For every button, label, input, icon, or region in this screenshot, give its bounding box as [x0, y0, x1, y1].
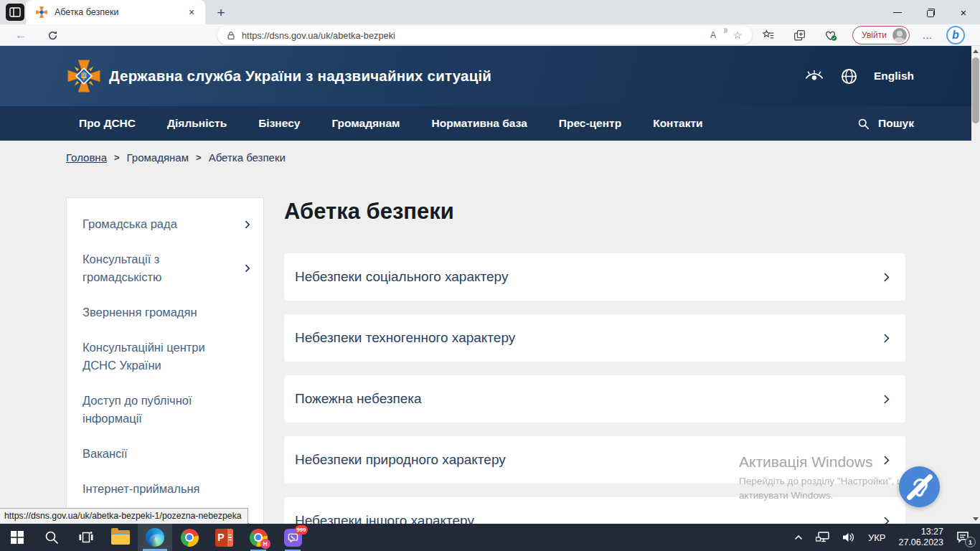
chevron-right-icon	[880, 456, 890, 465]
chevron-right-icon	[880, 395, 890, 404]
card-prirodni-nebezpeky[interactable]: Небезпеки природного характеру	[284, 436, 905, 484]
sidebar-item-zvernennya[interactable]: Звернення громадян	[67, 295, 263, 330]
chrome-icon: H	[250, 529, 268, 547]
nav-item-pres-centr[interactable]: Прес-центр	[559, 117, 621, 130]
scrollbar-up-button[interactable]	[971, 46, 980, 56]
taskbar-search-button[interactable]	[34, 524, 69, 551]
tab-close-icon[interactable]: ×	[185, 6, 198, 19]
breadcrumb-item-gromadyanam[interactable]: Громадянам	[127, 151, 189, 165]
accessibility-widget-button[interactable]	[899, 466, 940, 507]
window-restore-button[interactable]	[914, 0, 947, 24]
task-view-button[interactable]	[69, 524, 103, 551]
chrome-taskbar-button[interactable]	[172, 524, 207, 551]
refresh-button[interactable]	[43, 27, 62, 44]
site-title: Державна служба України з надзвичайних с…	[109, 67, 491, 85]
page-scrollbar[interactable]	[971, 46, 980, 524]
window-close-button[interactable]: ×	[947, 0, 980, 24]
nav-item-pro-dsns[interactable]: Про ДСНС	[79, 117, 136, 130]
nav-item-normativna-baza[interactable]: Нормативна база	[432, 117, 527, 130]
sidebar-item-internet-pryjmalnya[interactable]: Інтернет-приймальня	[67, 471, 263, 507]
triangle-down-icon	[973, 517, 979, 521]
search-icon	[857, 118, 870, 130]
nav-item-gromadyanam[interactable]: Громадянам	[331, 117, 400, 130]
sidebar-item-konsultaciyi[interactable]: Консультації з громадськістю	[67, 242, 263, 295]
hearing-accessibility-icon	[905, 473, 934, 501]
language-indicator[interactable]: УКР	[863, 524, 891, 551]
restore-icon	[927, 9, 935, 17]
chrome-profile-taskbar-button[interactable]: H	[241, 524, 275, 551]
window-controls: ×	[881, 0, 980, 24]
card-socialni-nebezpeky[interactable]: Небезпеки соціального характеру	[284, 253, 905, 301]
accessibility-eye-button[interactable]	[805, 67, 824, 85]
sidebar-item-dostup[interactable]: Доступ до публічної інформації	[67, 383, 263, 436]
signin-button[interactable]: Увійти	[852, 26, 910, 44]
address-bar[interactable]: https://dsns.gov.ua/uk/abetka-bezpeki A …	[217, 26, 752, 44]
scrollbar-thumb[interactable]	[972, 57, 979, 123]
language-switch-link[interactable]: English	[874, 70, 914, 83]
breadcrumb-separator-icon: >	[114, 151, 120, 165]
sidebar-item-konsultacijni-centry[interactable]: Консультаційні центри ДСНС України	[67, 330, 263, 383]
nav-item-kontakty[interactable]: Контакти	[653, 117, 702, 130]
window-minimize-button[interactable]	[881, 0, 914, 24]
card-pozezna-nebezpeka[interactable]: Пожежна небезпека	[284, 375, 905, 423]
breadcrumb: Головна > Громадянам > Абетка безпеки	[0, 141, 980, 165]
signin-label: Увійти	[862, 30, 887, 40]
browser-viewport: Державна служба України з надзвичайних с…	[0, 46, 980, 524]
start-button[interactable]	[0, 524, 34, 551]
chevron-right-icon	[880, 273, 890, 282]
minimize-icon	[893, 12, 902, 13]
folder-icon	[111, 530, 130, 545]
back-button[interactable]: ←	[11, 27, 30, 44]
speaker-icon	[842, 532, 855, 543]
url-text[interactable]: https://dsns.gov.ua/uk/abetka-bezpeki	[242, 30, 705, 41]
chevron-right-icon	[880, 334, 890, 343]
browser-tab[interactable]: Абетка безпеки ×	[26, 0, 205, 24]
dsns-logo[interactable]	[67, 60, 100, 93]
sidebar-item-label: Інтернет-приймальня	[83, 480, 200, 498]
breadcrumb-item-current: Абетка безпеки	[209, 151, 286, 165]
notification-count-badge: 1	[965, 537, 976, 547]
bing-chat-button[interactable]: b	[946, 25, 966, 45]
nav-item-diyalnist[interactable]: Діяльність	[167, 117, 227, 130]
chevron-up-icon	[794, 534, 803, 540]
taskbar: P H 999	[0, 524, 980, 551]
volume-tray-icon[interactable]	[837, 524, 860, 551]
viber-taskbar-button[interactable]: 999	[275, 524, 310, 551]
file-explorer-button[interactable]	[103, 524, 138, 551]
page-title: Абетка безпеки	[284, 197, 905, 226]
profile-avatar-icon	[892, 28, 907, 42]
notification-center-button[interactable]: 1	[951, 524, 976, 551]
card-tehnogenni-nebezpeky[interactable]: Небезпеки техногенного характеру	[284, 314, 905, 362]
edge-taskbar-button[interactable]	[138, 524, 172, 551]
tab-actions-menu-button[interactable]	[6, 4, 24, 21]
card-label: Небезпеки техногенного характеру	[295, 330, 515, 346]
favorite-star-button[interactable]: ☆	[729, 28, 746, 42]
tray-expand-button[interactable]	[789, 524, 808, 551]
taskbar-clock[interactable]: 13:27 27.06.2023	[893, 524, 948, 551]
sidebar-item-gromadska-rada[interactable]: Громадська рада	[67, 207, 263, 242]
site-search-button[interactable]: Пошук	[857, 117, 914, 130]
page-body: Головна > Громадянам > Абетка безпеки Гр…	[0, 141, 980, 524]
search-label: Пошук	[878, 117, 914, 130]
chevron-right-icon	[242, 264, 250, 272]
card-inshi-nebezpeky[interactable]: Небезпеки іншого характеру	[284, 497, 905, 524]
breadcrumb-home-link[interactable]: Головна	[66, 151, 107, 165]
tab-title: Абетка безпеки	[55, 7, 185, 17]
clock-date: 27.06.2023	[898, 537, 943, 548]
sidebar-item-vakansiyi[interactable]: Вакансії	[67, 436, 263, 471]
browser-menu-button[interactable]: …	[918, 27, 937, 44]
card-label: Небезпеки іншого характеру	[295, 513, 474, 524]
collections-button[interactable]	[790, 27, 809, 44]
favorites-list-button[interactable]	[759, 27, 778, 44]
new-tab-button[interactable]: +	[212, 4, 230, 22]
scrollbar-down-button[interactable]	[971, 514, 980, 524]
nav-item-biznesu[interactable]: Бізнесу	[258, 117, 300, 130]
read-aloud-button[interactable]: A	[705, 28, 722, 42]
powerpoint-taskbar-button[interactable]: P	[207, 524, 241, 551]
language-globe-icon[interactable]	[839, 67, 858, 85]
browser-essentials-button[interactable]	[821, 27, 839, 44]
sidebar-item-label: Звернення громадян	[83, 303, 197, 321]
network-tray-icon[interactable]	[811, 524, 834, 551]
sidebar-item-label: Консультаційні центри ДСНС України	[83, 339, 226, 375]
edge-icon	[146, 528, 164, 547]
